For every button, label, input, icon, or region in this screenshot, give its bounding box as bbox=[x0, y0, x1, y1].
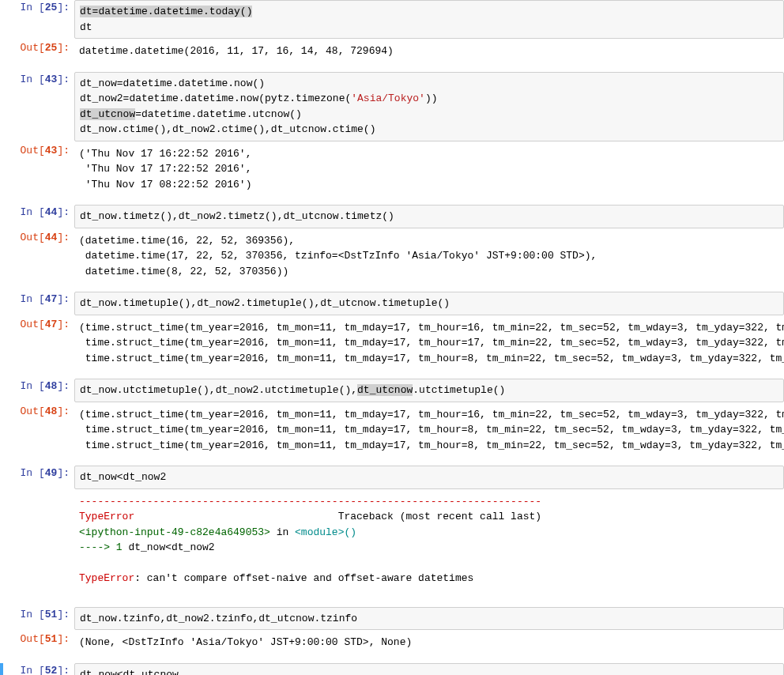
code-input[interactable]: dt_now.utctimetuple(),dt_now2.utctimetup… bbox=[74, 379, 784, 402]
output-prompt: Out[48]: bbox=[0, 404, 74, 420]
notebook-container: In [25]:dt=datetime.datetime.today() dtO… bbox=[0, 0, 784, 675]
output-prompt: Out[43]: bbox=[0, 143, 74, 159]
output-text: (time.struct_time(tm_year=2016, tm_mon=1… bbox=[74, 317, 784, 370]
input-prompt: In [49]: bbox=[0, 466, 74, 481]
input-prompt: In [43]: bbox=[0, 72, 74, 88]
code-input[interactable]: dt_now=datetime.datetime.now() dt_now2=d… bbox=[74, 72, 784, 141]
output-text: ('Thu Nov 17 16:22:52 2016', 'Thu Nov 17… bbox=[74, 143, 784, 196]
input-prompt: In [44]: bbox=[0, 205, 74, 221]
output-text: (time.struct_time(tm_year=2016, tm_mon=1… bbox=[74, 404, 784, 457]
input-prompt: In [25]: bbox=[0, 0, 74, 16]
output-prompt: Out[25]: bbox=[0, 40, 74, 56]
output-text: (datetime.time(16, 22, 52, 369356), date… bbox=[74, 230, 784, 283]
output-prompt: Out[44]: bbox=[0, 230, 74, 246]
input-prompt: In [52]: bbox=[6, 663, 74, 676]
output-prompt: Out[51]: bbox=[0, 632, 74, 647]
output-text: (None, <DstTzInfo 'Asia/Tokyo' JST+9:00:… bbox=[74, 632, 784, 654]
output-traceback: ----------------------------------------… bbox=[74, 491, 784, 590]
code-input[interactable]: dt_now<dt_now2 bbox=[74, 466, 784, 489]
code-input[interactable]: dt_now.timetuple(),dt_now2.timetuple(),d… bbox=[74, 292, 784, 315]
code-input[interactable]: dt_now.tzinfo,dt_now2.tzinfo,dt_utcnow.t… bbox=[74, 607, 784, 631]
output-prompt: Out[47]: bbox=[0, 317, 74, 333]
output-text: datetime.datetime(2016, 11, 17, 16, 14, … bbox=[74, 40, 784, 62]
input-prompt: In [48]: bbox=[0, 379, 74, 394]
code-input[interactable]: dt_now<dt_utcnow bbox=[74, 663, 784, 676]
input-prompt: In [47]: bbox=[0, 292, 74, 307]
code-input[interactable]: dt_now.timetz(),dt_now2.timetz(),dt_utcn… bbox=[74, 205, 784, 228]
input-prompt: In [51]: bbox=[0, 607, 74, 623]
code-input[interactable]: dt=datetime.datetime.today() dt bbox=[74, 0, 784, 39]
